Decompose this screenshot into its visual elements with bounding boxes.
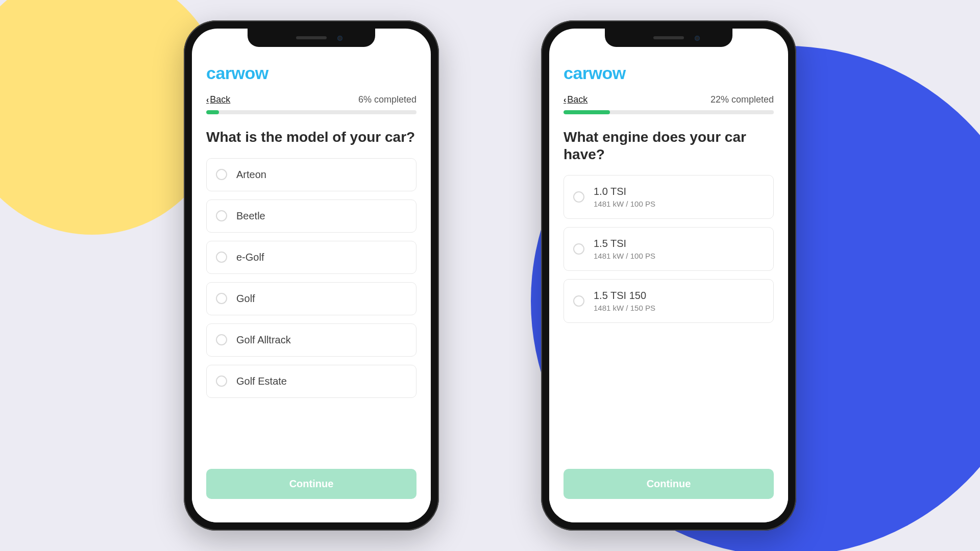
option-e-golf[interactable]: e-Golf (206, 241, 416, 274)
radio-icon (573, 295, 584, 307)
option-sublabel: 1481 kW / 150 PS (594, 304, 655, 312)
progress-bar (564, 110, 774, 114)
camera-icon (337, 36, 342, 41)
option-1-0-tsi[interactable]: 1.0 TSI 1481 kW / 100 PS (564, 175, 774, 219)
progress-fill (564, 110, 610, 114)
option-sublabel: 1481 kW / 100 PS (594, 252, 655, 260)
option-label: Arteon (236, 169, 266, 181)
top-bar: ‹ Back 22% completed (564, 94, 774, 105)
option-label: Golf (236, 293, 255, 305)
radio-icon (216, 252, 227, 263)
radio-icon (216, 334, 227, 345)
phone-notch (605, 29, 732, 47)
option-label: Golf Estate (236, 375, 287, 387)
option-list: 1.0 TSI 1481 kW / 100 PS 1.5 TSI 1481 kW… (564, 175, 774, 462)
footer-area: Continue (192, 462, 431, 522)
option-arteon[interactable]: Arteon (206, 158, 416, 191)
footer-area: Continue (549, 462, 788, 522)
question-heading: What is the model of your car? (206, 129, 416, 146)
option-label: Golf Alltrack (236, 334, 291, 346)
phone-mock-right: carwow ‹ Back 22% completed What engine … (541, 20, 796, 531)
top-bar: ‹ Back 6% completed (206, 94, 416, 105)
option-label: 1.5 TSI 150 (594, 290, 655, 302)
back-button[interactable]: ‹ Back (206, 94, 230, 105)
option-label: e-Golf (236, 252, 264, 263)
progress-fill (206, 110, 219, 114)
continue-button[interactable]: Continue (564, 469, 774, 499)
back-label: Back (210, 94, 230, 105)
continue-button[interactable]: Continue (206, 469, 416, 499)
option-golf-alltrack[interactable]: Golf Alltrack (206, 323, 416, 357)
question-heading: What engine does your car have? (564, 129, 774, 163)
option-label: Beetle (236, 210, 265, 222)
back-button[interactable]: ‹ Back (564, 94, 587, 105)
radio-icon (216, 375, 227, 387)
chevron-left-icon: ‹ (206, 95, 209, 105)
option-golf-estate[interactable]: Golf Estate (206, 365, 416, 398)
option-label: 1.5 TSI (594, 238, 655, 249)
radio-icon (573, 243, 584, 255)
camera-icon (695, 36, 700, 41)
option-label: 1.0 TSI (594, 186, 655, 197)
screen-right: carwow ‹ Back 22% completed What engine … (549, 29, 788, 522)
radio-icon (216, 210, 227, 221)
option-golf[interactable]: Golf (206, 282, 416, 315)
radio-icon (573, 191, 584, 203)
speaker-icon (653, 36, 684, 39)
option-list: Arteon Beetle e-Golf Golf Golf Alltrack (206, 158, 416, 462)
progress-bar (206, 110, 416, 114)
option-1-5-tsi[interactable]: 1.5 TSI 1481 kW / 100 PS (564, 227, 774, 271)
option-1-5-tsi-150[interactable]: 1.5 TSI 150 1481 kW / 150 PS (564, 279, 774, 323)
back-label: Back (567, 94, 587, 105)
content-area: carwow ‹ Back 6% completed What is the m… (192, 29, 431, 462)
content-area: carwow ‹ Back 22% completed What engine … (549, 29, 788, 462)
brand-logo: carwow (564, 63, 774, 83)
phone-notch (248, 29, 375, 47)
brand-logo: carwow (206, 63, 416, 83)
radio-icon (216, 293, 227, 304)
progress-text: 22% completed (710, 94, 774, 105)
option-beetle[interactable]: Beetle (206, 199, 416, 233)
phone-mock-left: carwow ‹ Back 6% completed What is the m… (184, 20, 439, 531)
chevron-left-icon: ‹ (564, 95, 566, 105)
radio-icon (216, 169, 227, 180)
screen-left: carwow ‹ Back 6% completed What is the m… (192, 29, 431, 522)
speaker-icon (296, 36, 327, 39)
option-sublabel: 1481 kW / 100 PS (594, 199, 655, 208)
progress-text: 6% completed (358, 94, 416, 105)
